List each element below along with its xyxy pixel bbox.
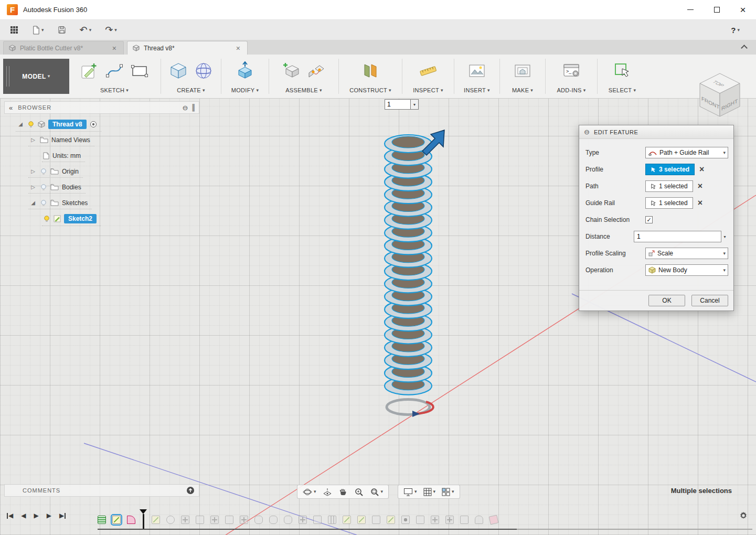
manipulator-handle[interactable]	[412, 411, 420, 417]
profile-select-button[interactable]: 3 selected	[645, 164, 695, 175]
tree-row-sketch2[interactable]: Sketch2	[4, 211, 199, 227]
tree-row-units[interactable]: Units: mm	[4, 148, 199, 164]
clear-path-icon[interactable]: ×	[698, 182, 702, 190]
comments-header[interactable]: COMMENTS	[4, 484, 199, 497]
tree-row-origin[interactable]: ▷ Origin	[4, 164, 199, 180]
collapse-browser-icon[interactable]: «	[9, 104, 13, 111]
timeline-item-move[interactable]	[445, 516, 454, 524]
chain-selection-checkbox[interactable]: ✓	[645, 216, 653, 223]
tab-plastic-bottle-cutter[interactable]: Platic Bottle Cutter v8* ×	[3, 41, 124, 55]
insert-menu[interactable]: INSERT▾	[464, 85, 490, 95]
tree-row-bodies[interactable]: ▷ Bodies	[4, 180, 199, 196]
timeline-step-back-button[interactable]: ◀	[21, 512, 26, 519]
distance-caret-icon[interactable]: ▾	[721, 231, 728, 242]
create-box-button[interactable]	[168, 60, 189, 81]
tree-row-sketches[interactable]: ◢ Sketches	[4, 196, 199, 211]
tab-close-icon[interactable]: ×	[111, 44, 118, 52]
create-sketch-button[interactable]	[79, 60, 100, 81]
operation-dropdown[interactable]: New Body ▾	[645, 264, 728, 276]
redo-button[interactable]: ↷ ▾	[101, 23, 121, 37]
timeline-item-coil[interactable]	[98, 516, 106, 524]
file-menu-button[interactable]: ▾	[28, 24, 48, 37]
type-dropdown[interactable]: Path + Guide Rail ▾	[645, 147, 728, 158]
profile-scaling-dropdown[interactable]: Scale ▾	[645, 248, 728, 259]
activate-component-radio[interactable]	[90, 121, 97, 128]
zoom-button[interactable]	[352, 486, 366, 498]
timeline-item-move[interactable]	[299, 516, 307, 524]
timeline-item-box[interactable]	[225, 516, 233, 524]
sketch-menu[interactable]: SKETCH▾	[100, 85, 129, 95]
timeline-item-sketch[interactable]	[343, 516, 351, 524]
collapse-toolbar-icon[interactable]	[741, 45, 748, 51]
timeline-item-cylinder[interactable]	[475, 516, 483, 524]
undo-button[interactable]: ↶ ▾	[76, 23, 95, 37]
expand-icon[interactable]: ▷	[29, 184, 37, 190]
workspace-selector[interactable]: MODEL ▾	[3, 59, 69, 94]
expand-icon[interactable]: ▷	[29, 168, 37, 174]
grid-settings-button[interactable]: ▾	[421, 487, 438, 497]
extent-arrow-manipulator[interactable]	[417, 126, 449, 157]
new-component-button[interactable]	[281, 60, 302, 81]
visibility-bulb-icon[interactable]	[40, 168, 47, 175]
canvas-distance-caret-icon[interactable]: ▾	[411, 99, 419, 110]
visibility-bulb-icon[interactable]	[40, 184, 47, 191]
tab-close-icon[interactable]: ×	[235, 44, 242, 52]
insert-image-button[interactable]	[466, 60, 487, 81]
tab-thread-v8[interactable]: Thread v8* ×	[127, 41, 248, 55]
clear-profile-icon[interactable]: ×	[699, 165, 704, 174]
timeline-item-move[interactable]	[240, 516, 248, 524]
measure-button[interactable]	[418, 60, 439, 81]
timeline-item-move[interactable]	[431, 516, 439, 524]
timeline-settings-button[interactable]	[739, 511, 748, 522]
tree-label[interactable]: Origin	[62, 168, 79, 175]
timeline-item-sketch[interactable]	[152, 516, 160, 524]
expand-icon[interactable]: ◢	[29, 200, 37, 206]
distance-input[interactable]	[634, 231, 721, 242]
press-pull-button[interactable]	[235, 60, 255, 81]
rectangle-button[interactable]	[129, 60, 150, 81]
save-button[interactable]	[54, 24, 70, 36]
zoom-window-button[interactable]: ▾	[368, 486, 386, 498]
look-at-button[interactable]	[321, 486, 334, 498]
minimize-browser-icon[interactable]: ⊖	[183, 104, 188, 111]
visibility-bulb-icon[interactable]	[27, 121, 35, 128]
tree-label[interactable]: Sketches	[62, 199, 88, 207]
minimize-button[interactable]	[677, 0, 704, 19]
pan-button[interactable]	[336, 486, 350, 498]
joint-button[interactable]	[306, 60, 327, 81]
timeline-item-sketch[interactable]	[112, 516, 121, 524]
expand-icon[interactable]: ▷	[29, 137, 37, 143]
create-form-button[interactable]	[193, 60, 214, 81]
timeline-item-sweep[interactable]	[127, 516, 135, 524]
browser-resize-grip[interactable]: ▐	[190, 104, 195, 111]
timeline-item-box[interactable]	[313, 516, 322, 524]
construct-plane-button[interactable]	[360, 60, 381, 81]
timeline-go-end-button[interactable]: ▶	[59, 512, 66, 519]
tree-label-root[interactable]: Thread v8	[48, 120, 87, 129]
cancel-button[interactable]: Cancel	[691, 295, 728, 306]
modify-menu[interactable]: MODIFY▾	[231, 85, 259, 95]
timeline-item-move[interactable]	[210, 516, 219, 524]
guide-rail-select-button[interactable]: 1 selected	[645, 197, 693, 209]
clear-guide-rail-icon[interactable]: ×	[698, 199, 702, 207]
timeline-item-box[interactable]	[372, 516, 380, 524]
timeline-item-pill[interactable]	[254, 516, 263, 524]
model-viewport[interactable]: ▾ « BROWSER ⊖ ▐ ◢ Thread v8	[0, 99, 756, 535]
tree-label[interactable]: Bodies	[62, 184, 81, 191]
make-button[interactable]	[512, 60, 533, 81]
maximize-button[interactable]	[704, 0, 730, 19]
select-menu[interactable]: SELECT▾	[609, 85, 636, 95]
path-select-button[interactable]: 1 selected	[645, 180, 693, 192]
scripts-addins-button[interactable]: >_	[561, 60, 582, 81]
timeline-go-start-button[interactable]: ◀	[6, 512, 13, 519]
tree-row-named-views[interactable]: ▷ Named Views	[4, 133, 199, 148]
tree-label[interactable]: Units: mm	[52, 152, 81, 159]
timeline-item-eraser[interactable]	[489, 515, 499, 525]
app-menu-button[interactable]	[6, 24, 22, 36]
display-settings-button[interactable]: ▾	[401, 487, 419, 497]
timeline-item-box[interactable]	[460, 516, 468, 524]
timeline-position-marker[interactable]	[143, 514, 144, 530]
close-button[interactable]: ×	[730, 0, 756, 19]
addins-menu[interactable]: ADD-INS▾	[557, 85, 585, 95]
timeline-item-hole[interactable]	[401, 516, 410, 524]
